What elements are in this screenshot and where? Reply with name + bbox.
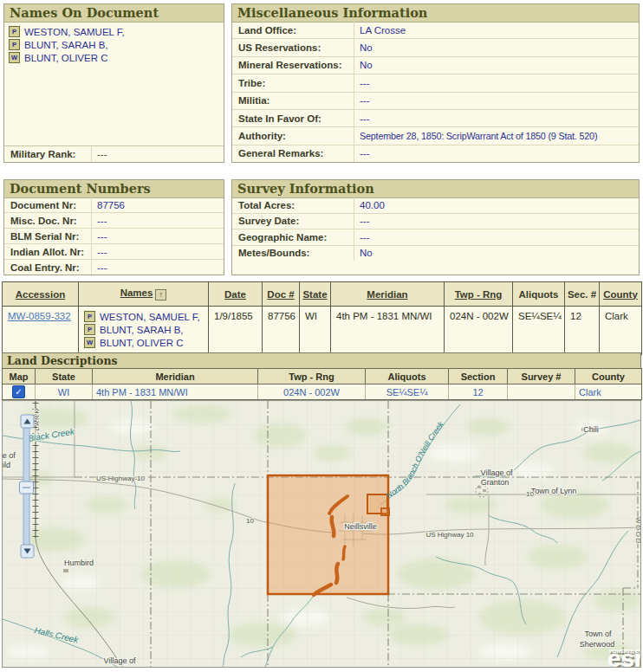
land-descriptions-section: Land Descriptions Map State Meridian Twp… bbox=[2, 352, 641, 400]
col-header-section: Section bbox=[449, 369, 508, 384]
info-row: US Reservations: No bbox=[232, 39, 639, 56]
field-value: 87756 bbox=[91, 197, 224, 212]
field-label: Geographic Name: bbox=[232, 232, 354, 242]
patentee-icon: P bbox=[9, 39, 20, 50]
field-label: Metes/Bounds: bbox=[232, 248, 354, 258]
aliquots-cell: SE¼SE¼ bbox=[513, 307, 565, 355]
twp-rng-cell: 024N - 002W bbox=[445, 307, 513, 355]
township-024n-002w-highlight[interactable] bbox=[268, 475, 388, 594]
col-header-doc[interactable]: Doc # bbox=[263, 282, 300, 307]
info-row: BLM Serial Nr: --- bbox=[4, 229, 224, 244]
sort-ascending-icon[interactable]: ↑ bbox=[155, 289, 166, 300]
field-value: No bbox=[354, 57, 639, 74]
field-value: --- bbox=[354, 214, 639, 229]
esri-logo: POWERED BY POWERED BY esri esri bbox=[607, 645, 640, 667]
humbird-label: Humbird bbox=[64, 559, 94, 567]
field-label: Coal Entry. Nr: bbox=[4, 262, 91, 273]
field-label: Militia: bbox=[232, 95, 354, 106]
field-value: --- bbox=[354, 74, 639, 91]
info-rows: Document Nr: 87756 Misc. Doc. Nr: --- BL… bbox=[4, 197, 224, 275]
land-descriptions-table: Map State Meridian Twp - Rng Aliquots Se… bbox=[2, 368, 642, 400]
accession-cell: MW-0859-332 bbox=[3, 307, 79, 355]
info-row: Misc. Doc. Nr: --- bbox=[4, 213, 224, 229]
names-on-document-panel: Names On Document P WESTON, SAMUEL F, P … bbox=[3, 3, 224, 163]
info-row: Geographic Name: --- bbox=[232, 229, 639, 246]
doc-number-cell: 87756 bbox=[263, 307, 300, 355]
land-desc-data-row: ✓ WI 4th PM - 1831 MN/WI 024N - 002W SE¼… bbox=[3, 384, 642, 400]
col-header-state: State bbox=[36, 369, 93, 384]
map-viewport[interactable]: CLARK WOOD Black Creek Halls Creek North… bbox=[2, 400, 641, 668]
col-header-meridian[interactable]: Meridian bbox=[331, 282, 445, 307]
check-icon: ✓ bbox=[15, 387, 22, 397]
village-of-granton-label-line1: Village of bbox=[481, 468, 513, 477]
info-row: General Remarks: --- bbox=[232, 145, 639, 162]
info-row: Land Office: LA Crosse bbox=[232, 22, 639, 39]
village-of-fairchild-label-line2: Fairchild bbox=[3, 461, 10, 469]
info-row: Total Acres: 40.00 bbox=[232, 197, 639, 214]
township-highlight[interactable] bbox=[268, 475, 389, 595]
col-header-county: County bbox=[575, 369, 642, 384]
field-label: Document Nr: bbox=[4, 200, 91, 210]
panel-title: Miscellaneous Information bbox=[232, 4, 639, 23]
names-cell: PWESTON, SAMUEL F, PBLUNT, SARAH B, WBLU… bbox=[79, 307, 209, 355]
accession-link[interactable]: MW-0859-332 bbox=[8, 311, 71, 321]
military-rank-row: Military Rank: --- bbox=[4, 145, 224, 162]
field-value: --- bbox=[354, 93, 639, 109]
town-of-lynn-label: Town of Lynn bbox=[531, 487, 577, 495]
state-cell: WI bbox=[36, 384, 93, 400]
col-header-accession[interactable]: Accession bbox=[3, 282, 79, 307]
name-entry: P WESTON, SAMUEL F, bbox=[9, 26, 219, 37]
field-label: Authority: bbox=[232, 131, 354, 141]
col-header-date[interactable]: Date bbox=[209, 282, 263, 307]
col-header-map: Map bbox=[3, 369, 36, 384]
field-label: Land Office: bbox=[232, 25, 354, 36]
survey-cell bbox=[508, 384, 575, 400]
col-header-county[interactable]: County bbox=[600, 282, 642, 307]
field-label: State In Favor Of: bbox=[232, 113, 354, 124]
field-label: Total Acres: bbox=[232, 200, 354, 210]
field-value: --- bbox=[91, 146, 224, 162]
field-value: No bbox=[354, 246, 639, 262]
map-checkbox[interactable]: ✓ bbox=[12, 385, 25, 398]
map-checkbox-cell: ✓ bbox=[3, 384, 36, 400]
topo-map-canvas[interactable]: CLARK WOOD Black Creek Halls Creek North… bbox=[3, 401, 640, 667]
warrantee-icon: W bbox=[9, 52, 20, 63]
section-cell: 12 bbox=[565, 307, 600, 355]
info-row: Coal Entry. Nr: --- bbox=[4, 260, 224, 275]
land-desc-header-row: Map State Meridian Twp - Rng Aliquots Se… bbox=[3, 369, 642, 384]
date-cell: 1/9/1855 bbox=[209, 307, 263, 355]
info-row: Document Nr: 87756 bbox=[4, 197, 224, 213]
field-label: Indian Allot. Nr: bbox=[4, 247, 91, 257]
us-highway-10-east-label: US Highway 10 bbox=[425, 531, 474, 539]
field-value: September 28, 1850: ScripWarrant Act of … bbox=[354, 127, 639, 144]
col-header-aliquots: Aliquots bbox=[513, 282, 565, 307]
field-label: BLM Serial Nr: bbox=[4, 231, 91, 242]
field-value: --- bbox=[91, 213, 224, 228]
field-value: No bbox=[354, 39, 639, 55]
village-of-granton-label-line2: Granton bbox=[481, 478, 510, 487]
field-value: LA Crosse bbox=[354, 22, 639, 38]
panel-title: Document Numbers bbox=[4, 180, 224, 198]
county-cell: Clark bbox=[575, 384, 642, 400]
town-of-sherwood-label-line1: Town of bbox=[584, 630, 612, 638]
wood-county-label: WOOD bbox=[634, 517, 640, 545]
glo-patent-details-page: Names On Document P WESTON, SAMUEL F, P … bbox=[0, 0, 643, 672]
field-label: Mineral Reservations: bbox=[232, 60, 354, 70]
col-header-twp-rng[interactable]: Twp - Rng bbox=[445, 282, 513, 307]
us-highway-10-west-label: US-Highway-10 bbox=[96, 475, 146, 482]
highway-10-shield: 10 bbox=[246, 517, 254, 525]
col-header-names[interactable]: Names↑ bbox=[79, 282, 209, 307]
accession-results-table: Accession Names↑ Date Doc # State Meridi… bbox=[2, 281, 642, 355]
humbird-cluster bbox=[63, 569, 68, 572]
field-label: Misc. Doc. Nr: bbox=[4, 216, 91, 226]
info-row: Indian Allot. Nr: --- bbox=[4, 244, 224, 260]
field-value: --- bbox=[354, 229, 639, 245]
field-label: Military Rank: bbox=[4, 149, 91, 159]
aliquot-se-se-highlight[interactable] bbox=[381, 508, 389, 515]
info-row: Survey Date: --- bbox=[232, 214, 639, 230]
field-label: Survey Date: bbox=[232, 216, 354, 226]
col-header-aliquots: Aliquots bbox=[366, 369, 449, 384]
col-header-state[interactable]: State bbox=[300, 282, 331, 307]
state-cell: WI bbox=[300, 307, 331, 355]
field-value: --- bbox=[354, 110, 639, 126]
